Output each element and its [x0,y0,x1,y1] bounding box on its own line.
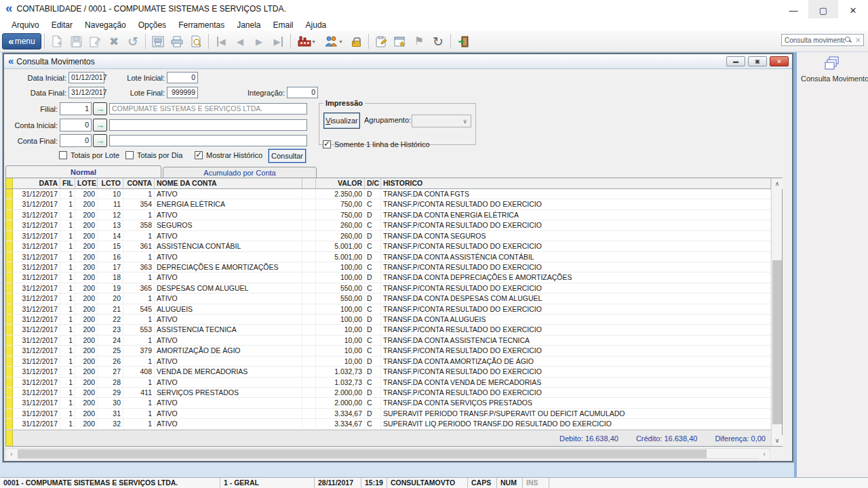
menu-button[interactable]: « menu [2,33,41,49]
new-record-button[interactable] [48,33,66,50]
conta-final-lookup-button[interactable]: → [93,134,107,147]
totais-por-lote-option[interactable]: Totais por Lote [59,151,119,159]
consultar-button[interactable]: Consultar [269,149,306,163]
scroll-up-button[interactable]: ∧ [772,178,783,189]
preview-document-button[interactable] [187,33,205,50]
scroll-right-button[interactable]: › [759,449,770,460]
open-window-item[interactable]: Consulta Movimento [797,52,868,83]
cell-valor: 3.334,67 [316,419,365,429]
table-row[interactable]: 31/12/2017120013358SEGUROS260,00CTRANSF.… [6,220,771,230]
flag-button[interactable]: ⚑ [410,33,428,50]
conta-inicial-lookup-button[interactable]: → [93,119,107,131]
agrupamento-dropdown[interactable]: ∨ [412,115,471,127]
scroll-left-button[interactable]: ‹ [6,449,17,460]
integracao-input[interactable]: 0 [287,87,318,98]
conta-inicial-input[interactable]: 0 [60,119,92,131]
search-icon[interactable] [845,37,852,43]
mostrar-historico-option[interactable]: Mostrar Histórico [195,151,262,159]
somente-1-linha-checkbox[interactable] [323,140,331,148]
menu-arquivo[interactable]: Arquivo [5,19,45,31]
security-button[interactable] [347,33,365,50]
table-row[interactable]: 31/12/2017120025379AMORTIZAÇÃO DE ÁGIO10… [6,346,771,356]
table-row[interactable]: 31/12/2017120019365DESPESAS COM ALUGUEL5… [6,283,771,293]
dialog-logo-icon: « [8,55,12,66]
close-button[interactable]: ✕ [838,0,868,20]
filial-input[interactable]: 1 [60,102,92,115]
scroll-down-button[interactable]: ∨ [772,435,783,446]
dialog-minimize-button[interactable]: ▬ [726,56,745,66]
undo-button[interactable]: ↺ [124,33,142,50]
minimize-button[interactable]: — [778,0,808,20]
first-record-button[interactable]: ◀ [212,33,230,50]
print-setup-button[interactable] [149,33,167,50]
menu-editar[interactable]: Editar [45,19,79,31]
mostrar-historico-checkbox[interactable] [195,151,203,159]
table-row[interactable]: 31/12/20171200311ATIVO3.334,67DSUPERAVIT… [6,409,771,419]
menu-navegacao[interactable]: Navegação [79,19,132,31]
schedule-button[interactable] [391,33,409,50]
delete-button[interactable]: ✖ [105,33,123,50]
table-row[interactable]: 31/12/20171200121ATIVO750,00DTRANSF.DA C… [6,210,771,220]
dialog-maximize-button[interactable]: ▣ [748,56,767,66]
filial-lookup-button[interactable]: → [93,102,107,115]
company-selector-button[interactable]: ▾ [294,33,319,50]
lote-final-input[interactable]: 999999 [167,87,198,98]
users-button[interactable]: ▾ [320,33,346,50]
search-clear-icon[interactable]: ✕ [855,36,861,45]
menu-janela[interactable]: Janela [231,19,267,31]
table-row[interactable]: 31/12/2017120027408VENDA DE MERCADORIAS1… [6,367,771,377]
vertical-scrollbar[interactable]: ∧ ∨ [771,178,782,446]
visualizar-button[interactable]: Visualizar [323,113,360,129]
refresh-button[interactable]: ↻ [429,33,447,50]
vertical-scroll-thumb[interactable] [772,260,782,424]
table-row[interactable]: 31/12/2017120023553ASSISTENCIA TECNICA10… [6,325,771,335]
table-row[interactable]: 31/12/20171200221ATIVO100,00DTRANSF.DA C… [6,314,771,325]
table-row[interactable]: 31/12/20171200281ATIVO1.032,73CTRANSF.DA… [6,378,771,388]
table-row[interactable]: 31/12/20171200241ATIVO10,00CTRANSF.DA CO… [6,336,771,346]
last-record-button[interactable]: ▶ [269,33,287,50]
horizontal-scroll-thumb[interactable] [18,449,707,458]
cell-nome-da-conta: ATIVO [155,272,302,283]
data-final-input[interactable]: 31/12/2017 [68,87,104,98]
table-row[interactable]: 31/12/2017120021545ALUGUEIS100,00CTRANSF… [6,304,771,314]
menu-ajuda[interactable]: Ajuda [300,19,333,31]
menu-opcoes[interactable]: Opções [132,19,172,31]
table-row[interactable]: 31/12/20171200141ATIVO260,00DTRANSF.DA C… [6,231,771,241]
print-button[interactable] [168,33,186,50]
previous-record-button[interactable]: ◀ [231,33,249,50]
menu-email[interactable]: Email [267,19,300,31]
save-button[interactable] [67,33,85,50]
table-row[interactable]: 31/12/20171200101ATIVO2.350,00DTRANSF.DA… [6,189,771,199]
table-row[interactable]: 31/12/20171200261ATIVO10,00DTRANSF.DA CO… [6,357,771,367]
totais-por-lote-checkbox[interactable] [59,151,67,159]
conta-final-input[interactable]: 0 [60,134,92,147]
exit-button[interactable] [454,33,472,50]
search-input[interactable]: Consulta movimento [782,37,845,44]
table-row[interactable]: 31/12/20171200301ATIVO2.000,00CTRANSF.DA… [6,398,771,408]
data-inicial-input[interactable]: 01/12/2017 [68,72,104,83]
menu-ferramentas[interactable]: Ferramentas [172,19,231,31]
dialog-close-button[interactable]: ✕ [770,56,789,66]
table-row[interactable]: 31/12/20171200161ATIVO5.001,00DTRANSF.DA… [6,252,771,262]
totais-por-dia-option[interactable]: Totais por Dia [125,151,182,159]
edit-button[interactable] [86,33,104,50]
lote-inicial-input[interactable]: 0 [167,72,198,83]
table-row[interactable]: 31/12/2017120011354ENERGIA ELÉTRICA750,0… [6,199,771,209]
table-row[interactable]: 31/12/2017120029411SERVIÇOS PRESTADOS2.0… [6,388,771,398]
notes-button[interactable] [372,33,390,50]
somente-1-linha-option[interactable]: Somente 1 linha de Histórico [323,140,430,148]
totais-por-dia-checkbox[interactable] [125,151,134,159]
tab-normal[interactable]: Normal [5,165,161,178]
table-row[interactable]: 31/12/2017120017363DEPRECIAÇÕES E AMORTI… [6,262,771,272]
credito-total: Crédito: 16.638,40 [636,434,698,443]
table-row[interactable]: 31/12/20171200201ATIVO550,00DTRANSF.DA C… [6,293,771,304]
horizontal-scrollbar[interactable]: ‹ › [5,448,770,459]
cell-fil: 1 [60,189,75,199]
table-row[interactable]: 31/12/20171200181ATIVO100,00DTRANSF.DA C… [6,272,771,283]
tab-acumulado-por-conta[interactable]: Acumulado por Conta [163,167,317,178]
table-row[interactable]: 31/12/20171200321ATIVO3.334,67CSUPERAVIT… [6,419,771,429]
maximize-button[interactable]: ▢ [808,0,838,20]
next-record-button[interactable]: ▶ [250,33,268,50]
table-row[interactable]: 31/12/2017120015361ASSISTÊNCIA CONTÁBIL5… [6,241,771,251]
green-arrow-icon: → [96,104,104,113]
